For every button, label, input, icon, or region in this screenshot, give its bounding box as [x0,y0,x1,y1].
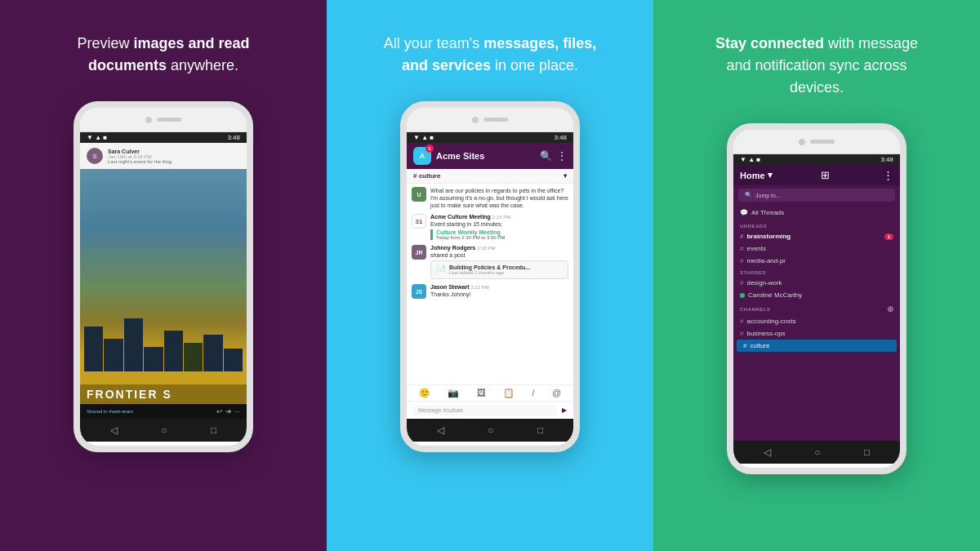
mention-icon[interactable]: @ [552,388,561,398]
home-label: Home ▾ [740,170,773,180]
hash-icon-media: # [740,257,743,264]
status-bar-1: ▼ ▲ ■ 3:48 [80,132,247,143]
slash-icon[interactable]: / [532,388,535,398]
sidebar-item-events[interactable]: # events [733,242,900,255]
sidebar-item-design-work[interactable]: # design-work [733,277,900,289]
hash-icon-accounting: # [740,318,743,325]
channel-bar: # culture ▾ [407,169,573,184]
msg-name-2: Acme Culture Meeting [430,214,491,220]
event-title: Culture Weekly Meeting [436,229,568,235]
frontier-label: FRONTIER S [80,384,247,404]
channel-media-label: media-and-pr [746,257,786,264]
avatar-jason: JS [412,284,426,299]
phone-2: ▼ ▲ ■ 3:48 A 1 Acme Sites 🔍 ⋮ # cultu [400,101,580,452]
speaker-icon-2 [483,118,508,122]
camera-icon-tb[interactable]: 📷 [448,388,459,398]
nav-bar-3: ◁ ○ □ [733,441,900,464]
jump-to-search[interactable]: 🔍 Jump to... [738,189,895,202]
recents-nav-icon-2: □ [537,424,543,436]
hash-icon-culture: # [743,342,746,349]
panel-stay-connected: Stay connected with message and notifica… [653,0,980,551]
message-input[interactable]: Message #culture [413,405,557,415]
dm-caroline-label: Caroline McCarthy [748,291,802,299]
panel-messages: All your team's messages, files, and ser… [327,0,653,551]
messages-area: U What are our policies in regards to pe… [407,184,573,384]
phone-top-2 [407,108,573,132]
back-nav-icon: ◁ [110,424,118,436]
more-icon[interactable]: ⋮ [557,150,567,162]
all-threads-icon: 💬 [740,209,748,216]
phone-1: ▼ ▲ ■ 3:48 S Sara Culver Jan 19th at 3:3… [74,101,253,452]
sidebar-item-media-and-pr[interactable]: # media-and-pr [733,255,900,267]
phone-top-1 [80,108,247,132]
channel-design-label: design-work [746,279,782,287]
starred-section-label: STARRED [733,267,900,277]
screen3-content: Home ▾ ⊞ ⋮ 🔍 Jump to... 💬 All Threads UN… [733,165,900,441]
channel-events-label: events [746,245,766,252]
send-icon[interactable]: ▶ [562,407,567,414]
file-meta: Last edited 2 months ago [449,270,563,275]
msg-text-1: What are our policies in regards to pets… [430,188,568,208]
screen-1: S Sara Culver Jan 19th at 3:36 PM Last n… [80,143,247,419]
search-icon[interactable]: 🔍 [540,150,552,162]
channel-name: # culture [413,172,440,180]
unread-badge-brainstorming: 1 [884,233,893,240]
sidebar-item-brainstorming[interactable]: # brainstorming 1 [733,230,900,242]
search-icon-3: 🔍 [745,192,752,198]
screen1-content: S Sara Culver Jan 19th at 3:36 PM Last n… [80,143,247,419]
home-nav-icon-2: ○ [488,424,493,436]
add-channel-icon[interactable]: ⊕ [887,304,894,313]
shared-in-label: Shared in #web-team [87,409,133,414]
message-row-3: JR Johnny Rodgers 2:18 PM shared a post … [412,245,568,279]
screen-3: Home ▾ ⊞ ⋮ 🔍 Jump to... 💬 All Threads UN… [733,165,900,441]
panel2-tagline: All your team's messages, files, and ser… [376,33,604,77]
channel-brainstorming-label: brainstorming [746,233,791,240]
more-icon-3[interactable]: ⋮ [883,169,893,181]
dropdown-icon: ▾ [768,170,773,180]
sidebar-item-business-ops[interactable]: # business-ops [733,327,900,340]
sidebar-item-accounting[interactable]: # accounting-costs [733,315,900,327]
camera-icon-2 [472,117,479,123]
all-threads-item[interactable]: 💬 All Threads [733,205,900,220]
online-indicator [740,293,745,298]
status-bar-3: ▼ ▲ ■ 3:48 [733,154,900,165]
hash-icon-design: # [740,279,743,287]
screen1-toolbar: Shared in #web-team ↩ ➜ ··· [80,404,247,419]
msg-name-4: Jason Stewart [430,284,469,290]
panel-preview-images: Preview images and read documents anywhe… [0,0,327,551]
file-attach-icon[interactable]: 📋 [503,388,514,398]
hash-icon-events: # [740,245,743,252]
home-nav-icon: ○ [161,424,167,436]
back-nav-icon-2: ◁ [437,424,444,436]
channels-section-label: CHANNELS ⊕ [733,301,900,315]
grid-icon[interactable]: ⊞ [821,169,830,181]
image-icon[interactable]: 🖼 [477,388,486,398]
recents-nav-icon: □ [211,424,216,436]
workspace-name: Acme Sites [436,151,535,161]
emoji-toolbar: 🙂 📷 🖼 📋 / @ [407,384,573,401]
workspace-header: A 1 Acme Sites 🔍 ⋮ [407,143,573,169]
avatar-1: U [412,187,426,202]
msg-text-2: Event starting in 15 minutes: [430,220,568,228]
msg-text-3: shared a post [430,251,568,259]
notif-user: Sara Culver [108,149,240,154]
avatar-johnny: JR [412,245,426,260]
hash-icon-brainstorming: # [740,233,743,240]
sidebar-item-caroline[interactable]: Caroline McCarthy [733,289,900,301]
camera-icon [145,117,152,123]
channel-accounting-label: accounting-costs [746,318,795,325]
nav-bar-1: ◁ ○ □ [80,419,247,442]
message-row-1: U What are our policies in regards to pe… [412,187,568,209]
speaker-icon [157,118,181,122]
phone-3: ▼ ▲ ■ 3:48 Home ▾ ⊞ ⋮ 🔍 Jump to... 💬 [727,123,906,474]
notification-badge: 1 [425,144,434,153]
camera-icon-3 [799,139,805,145]
channel-culture-label: culture [750,342,769,349]
message-row-2: 31 Acme Culture Meeting 2:15 PM Event st… [412,214,568,240]
skyline [80,306,247,371]
emoji-icon[interactable]: 🙂 [419,388,430,398]
avatar-calendar: 31 [412,214,426,229]
notif-message: Last night's event for the blog [108,159,240,164]
sidebar-item-culture[interactable]: # culture [737,340,897,352]
all-threads-label: All Threads [751,209,784,216]
